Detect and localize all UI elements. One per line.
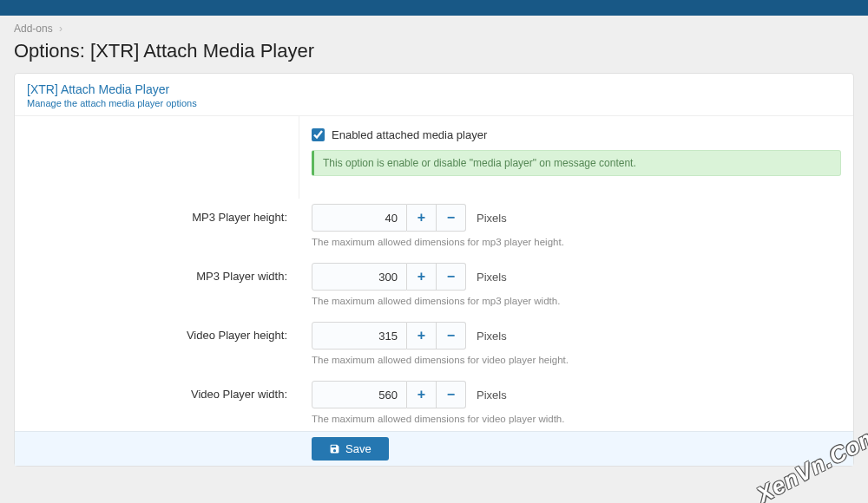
top-bar <box>0 0 868 16</box>
enabled-checkbox[interactable] <box>312 128 325 141</box>
increment-button[interactable]: + <box>407 322 437 349</box>
breadcrumb-addons[interactable]: Add-ons <box>14 23 53 35</box>
mp3-width-row: MP3 Player width: + − Pixels The maximum… <box>15 263 853 306</box>
panel-header: [XTR] Attach Media Player Manage the att… <box>15 74 853 116</box>
video-width-row: Video Player width: + − Pixels The maxim… <box>15 381 853 424</box>
footer-bar: Save <box>15 431 853 466</box>
field-hint: The maximum allowed dimensions for video… <box>312 414 841 424</box>
unit-label: Pixels <box>477 330 507 343</box>
panel-subtitle: Manage the attach media player options <box>27 98 841 108</box>
enabled-info-box: This option is enable or disable "media … <box>312 150 841 176</box>
video-height-input[interactable] <box>312 322 407 349</box>
panel-title-link[interactable]: [XTR] Attach Media Player <box>27 82 169 96</box>
video-height-row: Video Player height: + − Pixels The maxi… <box>15 322 853 365</box>
unit-label: Pixels <box>477 389 507 402</box>
enabled-label: Enabled attached media player <box>332 128 487 141</box>
field-label: Video Player height: <box>15 322 299 342</box>
increment-button[interactable]: + <box>407 263 437 291</box>
save-icon <box>329 443 340 454</box>
unit-label: Pixels <box>477 271 507 284</box>
chevron-right-icon: › <box>59 23 62 35</box>
field-hint: The maximum allowed dimensions for video… <box>312 355 841 365</box>
mp3-height-row: MP3 Player height: + − Pixels The maximu… <box>15 204 853 247</box>
save-button[interactable]: Save <box>312 437 389 461</box>
increment-button[interactable]: + <box>407 381 437 408</box>
fields-wrap: MP3 Player height: + − Pixels The maximu… <box>15 199 853 424</box>
breadcrumb: Add-ons › <box>0 16 868 38</box>
field-hint: The maximum allowed dimensions for mp3 p… <box>312 296 841 306</box>
label-column <box>15 116 299 199</box>
field-label: MP3 Player width: <box>15 263 299 283</box>
field-label: MP3 Player height: <box>15 204 299 224</box>
field-hint: The maximum allowed dimensions for mp3 p… <box>312 237 841 247</box>
content-column: Enabled attached media player This optio… <box>299 116 853 199</box>
decrement-button[interactable]: − <box>437 204 466 232</box>
save-label: Save <box>345 442 372 455</box>
decrement-button[interactable]: − <box>437 381 466 408</box>
options-panel: [XTR] Attach Media Player Manage the att… <box>14 73 854 467</box>
video-width-input[interactable] <box>312 381 407 408</box>
increment-button[interactable]: + <box>407 204 437 232</box>
enabled-checkbox-row: Enabled attached media player <box>312 128 841 141</box>
mp3-width-input[interactable] <box>312 263 407 291</box>
mp3-height-input[interactable] <box>312 204 407 232</box>
page-title: Options: [XTR] Attach Media Player <box>0 38 868 73</box>
decrement-button[interactable]: − <box>437 322 466 349</box>
field-label: Video Player width: <box>15 381 299 401</box>
unit-label: Pixels <box>477 212 507 225</box>
decrement-button[interactable]: − <box>437 263 466 291</box>
form-body: Enabled attached media player This optio… <box>15 116 853 199</box>
